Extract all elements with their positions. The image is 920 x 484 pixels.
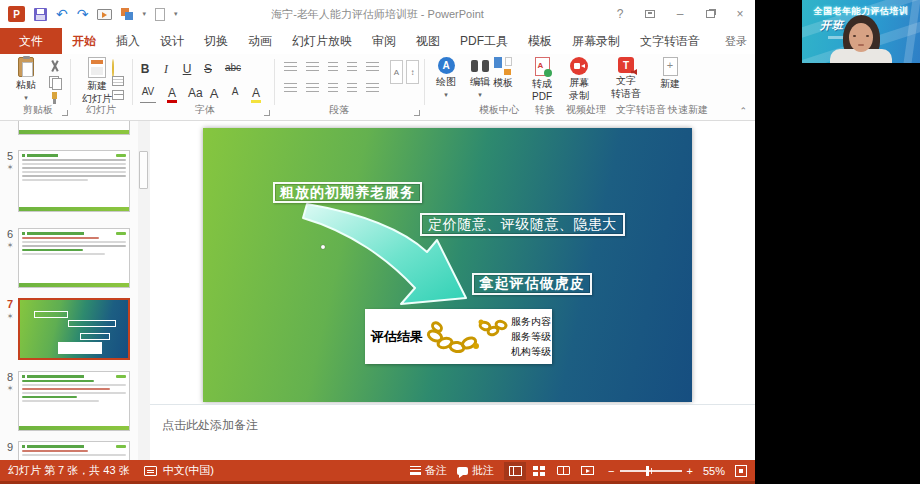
highlight-button[interactable]: A (251, 86, 261, 103)
thumbnail-slide-4-partial[interactable] (18, 121, 130, 135)
numbering-icon[interactable] (306, 62, 319, 73)
fit-slide-to-window-icon[interactable] (735, 465, 747, 477)
start-slideshow-icon[interactable] (97, 9, 112, 20)
font-color-button[interactable]: A (167, 86, 177, 103)
animation-star-icon[interactable]: ✶ (4, 312, 16, 321)
restore-button[interactable] (695, 1, 725, 27)
tab-file[interactable]: 文件 (0, 28, 62, 54)
help-button[interactable]: ? (605, 1, 635, 27)
tab-insert[interactable]: 插入 (106, 28, 150, 54)
bold-button[interactable]: B (140, 62, 150, 77)
tab-review[interactable]: 审阅 (362, 28, 406, 54)
change-case-button[interactable]: Aa (188, 86, 198, 103)
evaluation-result-box[interactable]: 评估结果 (365, 309, 552, 364)
language-keyboard-icon[interactable] (144, 466, 157, 476)
close-button[interactable]: × (725, 1, 755, 27)
notes-pane[interactable]: 点击此处添加备注 (150, 404, 755, 460)
login-link[interactable]: 登录 (725, 28, 755, 54)
draw-button[interactable]: A 绘图 ▾ (430, 57, 462, 100)
layout-dropdown-icon[interactable] (121, 8, 133, 20)
collapse-ribbon-icon[interactable]: ⌃ (739, 106, 747, 116)
tab-animations[interactable]: 动画 (238, 28, 282, 54)
powerpoint-window: P ↶ ↷ ▾ ▾ 海宁-老年人能力评估师培训班 - PowerPoint ? … (0, 0, 755, 484)
notes-placeholder[interactable]: 点击此处添加备注 (150, 405, 755, 434)
align-center-icon[interactable] (306, 83, 319, 94)
tab-screen-record[interactable]: 屏幕录制 (562, 28, 630, 54)
columns-icon[interactable] (366, 83, 379, 94)
scrollbar-thumb[interactable] (139, 151, 148, 189)
clipboard-dialog-launcher-icon[interactable] (62, 110, 68, 116)
slide-sorter-view-button[interactable] (528, 462, 550, 480)
customize-qat-caret-icon[interactable]: ▾ (174, 10, 178, 18)
tab-transitions[interactable]: 切换 (194, 28, 238, 54)
indent-decrease-icon[interactable] (328, 62, 338, 73)
tab-text-to-speech[interactable]: 文字转语音 (630, 28, 710, 54)
paste-button[interactable]: 粘贴 ▾ (8, 57, 44, 103)
undo-icon[interactable]: ↶ (56, 7, 68, 21)
zoom-slider[interactable] (620, 470, 682, 472)
thumbnail-slide-8[interactable] (18, 371, 130, 431)
copy-icon[interactable] (48, 76, 62, 88)
justify-icon[interactable] (347, 83, 357, 94)
template-button[interactable]: 模板 (484, 57, 522, 88)
text-direction-button[interactable]: A (390, 60, 403, 84)
thumbnail-slide-9[interactable] (18, 441, 130, 460)
zoom-in-button[interactable]: + (687, 465, 693, 477)
thumbnail-scrollbar[interactable] (138, 121, 150, 460)
zoom-level[interactable]: 55% (703, 465, 725, 477)
slide-textbox-secondary[interactable]: 定价随意、评级随意、隐患大 (420, 213, 625, 236)
normal-view-button[interactable] (504, 462, 526, 480)
character-spacing-button[interactable]: AV (140, 86, 156, 103)
cut-icon[interactable] (48, 60, 62, 72)
comments-toggle[interactable]: 批注 (457, 463, 494, 478)
align-left-icon[interactable] (284, 83, 297, 94)
slide-textbox-tertiary[interactable]: 拿起评估做虎皮 (472, 273, 592, 295)
convert-pdf-button[interactable]: 转成 PDF (524, 57, 560, 102)
notes-toggle[interactable]: 备注 (410, 463, 447, 478)
save-icon[interactable] (34, 8, 47, 21)
slide-textbox-primary[interactable]: 粗放的初期养老服务 (273, 182, 422, 203)
zoom-out-button[interactable]: − (608, 465, 614, 477)
paragraph-dialog-launcher-icon[interactable] (414, 110, 420, 116)
tab-template[interactable]: 模板 (518, 28, 562, 54)
shrink-font-button[interactable]: A (230, 86, 240, 103)
tab-pdf-tools[interactable]: PDF工具 (450, 28, 518, 54)
thumbnail-slide-5[interactable] (18, 150, 130, 212)
screen-record-button[interactable]: 屏幕 录制 (562, 57, 596, 101)
minimize-button[interactable]: – (665, 1, 695, 27)
grow-font-button[interactable]: A (209, 86, 219, 103)
thumbnail-slide-6[interactable] (18, 228, 130, 288)
clear-format-button[interactable]: abc (224, 62, 242, 77)
webcam-video-overlay[interactable]: 全国老年能力评估培训 开班 (802, 0, 920, 63)
underline-button[interactable]: U (182, 62, 192, 77)
animation-star-icon[interactable]: ✶ (4, 163, 16, 172)
align-text-button[interactable]: ↕ (406, 60, 419, 84)
font-dialog-launcher-icon[interactable] (264, 110, 270, 116)
animation-star-icon[interactable]: ✶ (4, 384, 16, 393)
animation-star-icon[interactable]: ✶ (4, 241, 16, 250)
tab-home[interactable]: 开始 (62, 28, 106, 54)
bullets-icon[interactable] (284, 62, 297, 73)
italic-button[interactable]: I (161, 62, 171, 77)
tab-design[interactable]: 设计 (150, 28, 194, 54)
slideshow-view-button[interactable] (576, 462, 598, 480)
indent-increase-icon[interactable] (347, 62, 357, 73)
text-to-speech-button[interactable]: T 文字 转语音 (604, 57, 648, 99)
dropdown-caret-icon[interactable]: ▾ (142, 10, 146, 18)
reset-icon[interactable] (112, 76, 124, 86)
new-file-icon[interactable] (155, 8, 165, 21)
align-right-icon[interactable] (328, 83, 338, 94)
thumbnail-slide-7-selected[interactable] (18, 298, 130, 360)
redo-icon[interactable]: ↷ (77, 7, 89, 21)
slide-7-editor[interactable]: 粗放的初期养老服务 定价随意、评级随意、隐患大 拿起评估做虎皮 评估结果 (203, 128, 692, 402)
language-indicator[interactable]: 中文(中国) (163, 463, 214, 478)
tab-view[interactable]: 视图 (406, 28, 450, 54)
strikethrough-button[interactable]: S (203, 62, 213, 77)
reading-view-button[interactable] (552, 462, 574, 480)
section-icon[interactable] (112, 90, 124, 100)
quick-new-button[interactable]: 新建 (652, 57, 688, 89)
tab-slideshow[interactable]: 幻灯片放映 (282, 28, 362, 54)
line-spacing-icon[interactable] (366, 62, 379, 73)
zoom-slider-thumb[interactable] (646, 466, 649, 476)
ribbon-display-options-button[interactable] (635, 1, 665, 27)
